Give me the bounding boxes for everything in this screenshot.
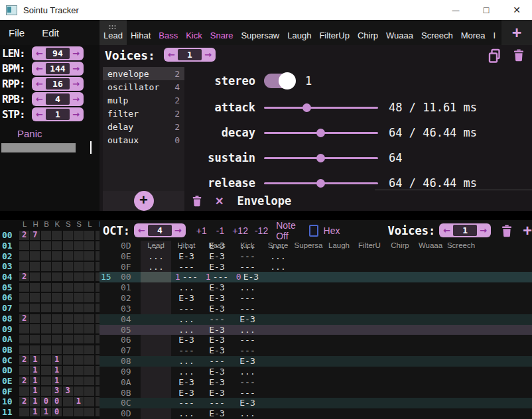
pattern-cursor[interactable]	[141, 272, 171, 282]
stereo-toggle[interactable]	[264, 74, 295, 88]
order-cell[interactable]	[41, 231, 51, 240]
order-cell[interactable]	[19, 251, 29, 261]
pattern-cell[interactable]: ...	[232, 408, 263, 419]
pattern-cell[interactable]: ...	[171, 356, 202, 367]
order-cell[interactable]	[84, 335, 94, 344]
order-cell[interactable]: 2	[19, 377, 29, 386]
order-cell[interactable]	[19, 262, 29, 271]
order-cell[interactable]: 2	[19, 355, 29, 365]
order-cell[interactable]	[84, 241, 94, 251]
order-cell[interactable]	[30, 304, 40, 313]
order-cell[interactable]	[63, 355, 73, 365]
order-cell[interactable]	[30, 314, 40, 324]
tab-laugh[interactable]: Laugh	[283, 20, 315, 45]
order-cell[interactable]	[84, 304, 94, 313]
stepper-decrease-arrow[interactable]: ←	[33, 92, 46, 106]
pattern-cell[interactable]: ---	[232, 251, 263, 262]
pattern-cell[interactable]: E-3	[171, 251, 202, 262]
pattern-cell[interactable]: E-3	[202, 408, 232, 419]
pattern-cell[interactable]: E-3	[202, 335, 232, 345]
order-cell[interactable]	[19, 387, 29, 396]
pattern-cell[interactable]: ---	[232, 304, 263, 314]
order-cell[interactable]	[74, 304, 84, 313]
tab-supersaw[interactable]: Supersaw	[237, 20, 283, 45]
delete-unit-button[interactable]	[191, 195, 203, 207]
pattern-cell[interactable]: ...	[263, 241, 293, 251]
order-cell[interactable]	[84, 293, 94, 302]
order-cell[interactable]	[63, 304, 73, 313]
order-cell[interactable]	[74, 241, 84, 251]
pattern-cell[interactable]: ---	[202, 356, 232, 367]
instrument-voices-stepper[interactable]: ←1→	[164, 48, 216, 62]
order-cell[interactable]	[30, 293, 40, 302]
stepper-increase-arrow[interactable]: →	[70, 62, 82, 76]
pattern-cell[interactable]: E-3	[202, 388, 232, 398]
pattern-cell[interactable]: ...	[232, 325, 263, 335]
stepper-increase-arrow[interactable]: →	[70, 46, 82, 60]
order-cell[interactable]	[30, 262, 40, 271]
order-cell[interactable]	[30, 335, 40, 344]
order-cell[interactable]	[52, 251, 62, 261]
transpose-down-12-button[interactable]: -12	[255, 225, 268, 236]
order-cell[interactable]	[30, 345, 40, 355]
order-cell[interactable]	[52, 345, 62, 355]
order-cell[interactable]	[74, 345, 84, 355]
unit-row-envelope[interactable]: envelope2	[103, 67, 184, 80]
unit-row-outaux[interactable]: outaux0	[103, 133, 184, 147]
transpose-up-1-button[interactable]: +1	[196, 225, 207, 236]
order-cell[interactable]	[63, 283, 73, 292]
order-cell[interactable]	[84, 397, 94, 406]
order-cell[interactable]	[30, 272, 40, 282]
order-cell[interactable]	[74, 408, 84, 417]
order-cell[interactable]	[19, 304, 29, 313]
pattern-cell[interactable]: E-3	[202, 325, 232, 335]
order-cell[interactable]	[84, 345, 94, 355]
decay-slider[interactable]	[264, 132, 378, 134]
pattern-cell[interactable]: ...	[171, 314, 202, 325]
pattern-cell[interactable]: ...	[232, 241, 263, 251]
tab-screech[interactable]: Screech	[417, 20, 457, 45]
order-cell[interactable]: 1	[30, 377, 40, 386]
pattern-cell[interactable]: E-3	[202, 251, 232, 262]
stepper-decrease-arrow[interactable]: ←	[33, 62, 46, 76]
order-cell[interactable]	[19, 345, 29, 355]
pattern-cell[interactable]: E-3	[202, 241, 232, 251]
pattern-cell[interactable]: E-3	[202, 293, 232, 304]
transpose-down-1-button[interactable]: -1	[216, 225, 224, 236]
order-cell[interactable]	[52, 241, 62, 251]
params-scrollbar[interactable]	[375, 190, 532, 190]
order-cell[interactable]	[41, 293, 51, 302]
stepper-increase-arrow[interactable]: →	[172, 223, 184, 237]
transpose-up-12-button[interactable]: +12	[232, 225, 248, 236]
pattern-cell[interactable]: E-3	[202, 345, 232, 356]
pattern-cell[interactable]: E-3	[202, 367, 232, 377]
slider-handle[interactable]	[316, 129, 325, 137]
panic-button[interactable]: Panic	[17, 128, 100, 139]
pattern-cell[interactable]: ...	[171, 367, 202, 377]
order-cell[interactable]: 1	[74, 397, 84, 406]
order-cell[interactable]	[41, 377, 51, 386]
attack-slider[interactable]	[264, 107, 378, 109]
pattern-cell[interactable]: E-3	[232, 314, 263, 325]
order-cell[interactable]	[63, 408, 73, 417]
order-cell[interactable]	[74, 335, 84, 344]
order-cell[interactable]: 1	[30, 397, 40, 406]
order-cell[interactable]: 2	[19, 397, 29, 406]
rpbstepper[interactable]: ←4→	[32, 92, 84, 106]
order-cell[interactable]	[84, 272, 94, 282]
order-cell[interactable]	[19, 241, 29, 251]
pattern-cell[interactable]: E-3	[232, 356, 263, 367]
order-cell[interactable]: 1	[30, 366, 40, 375]
stpstepper[interactable]: ←1→	[32, 107, 84, 121]
order-cell[interactable]: 0	[52, 408, 62, 417]
order-cell[interactable]	[84, 262, 94, 271]
order-cell[interactable]	[74, 387, 84, 396]
stepper-increase-arrow[interactable]: →	[202, 48, 214, 62]
order-cell[interactable]	[41, 387, 51, 396]
order-cell[interactable]	[63, 231, 73, 240]
order-cell[interactable]: 1	[52, 366, 62, 375]
order-cell[interactable]	[84, 231, 94, 240]
order-cell[interactable]: 0	[52, 397, 62, 406]
unit-row-mulp[interactable]: mulp2	[103, 93, 184, 107]
release-slider[interactable]	[264, 182, 378, 184]
